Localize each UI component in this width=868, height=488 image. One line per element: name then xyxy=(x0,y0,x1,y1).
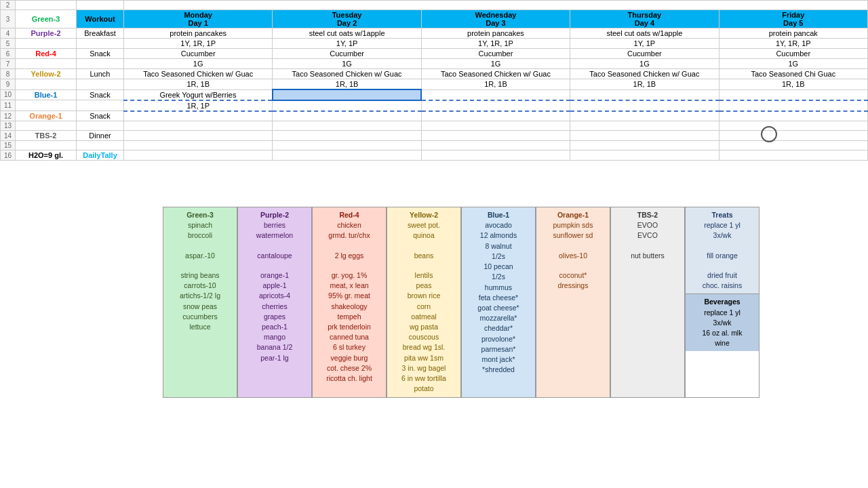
snack2-mon: Greek Yogurt w/Berries xyxy=(124,89,273,100)
fg-blue-goat: goat cheese* xyxy=(465,303,532,313)
fg-beverages-label: Beverages xyxy=(688,297,756,307)
fg-yellow-wgpasta: wg pasta xyxy=(390,322,458,332)
fg-orange-blank xyxy=(539,241,607,251)
snack3-thu xyxy=(570,111,719,121)
snack1-mon: Cucumber xyxy=(124,49,273,59)
snack3-tue xyxy=(273,111,421,121)
lunch-tue-macros: 1R, 1B xyxy=(273,79,421,90)
fg-treats-chocraisins: choc. raisins xyxy=(688,281,756,291)
fg-yellow-sweetpot: sweet pot. xyxy=(390,220,458,230)
fg-yellow-label: Yellow-2 xyxy=(390,210,458,220)
fg-tbs-label: TBS-2 xyxy=(614,210,682,220)
cat-red4: Red-4 xyxy=(16,49,77,59)
snack2-wed-macros xyxy=(421,100,570,111)
meal-workout: Workout xyxy=(77,10,124,28)
meal-breakfast: Breakfast xyxy=(77,28,124,39)
table-row: 4 Purple-2 Breakfast protein pancakes st… xyxy=(1,28,868,39)
dinner-fri xyxy=(719,131,867,141)
dinner-wed xyxy=(421,131,570,141)
food-group-treats: Treats replace 1 yl 3x/wk fill orange dr… xyxy=(686,207,759,293)
header-tuesday: TuesdayDay 2 xyxy=(273,10,421,28)
fg-red-eggs: 2 lg eggs xyxy=(315,251,383,261)
fg-blue-montjack: mont jack* xyxy=(465,354,532,365)
fg-green-blank2 xyxy=(166,261,234,270)
fg-purple-cherries: cherries xyxy=(241,302,309,312)
empty-cell xyxy=(421,121,570,131)
fg-green-stringbeans: string beans xyxy=(166,270,234,281)
fg-blue-feta: feta cheese* xyxy=(465,293,532,303)
empty-cell xyxy=(16,39,77,49)
table-row: 2 xyxy=(1,1,868,10)
meal-snack3: Snack xyxy=(77,111,124,121)
snack2-thu xyxy=(570,89,719,100)
fg-red-blank2 xyxy=(315,261,383,270)
fg-red-cotchese: cot. chese 2% xyxy=(315,363,383,373)
header-friday: FridayDay 5 xyxy=(719,10,867,28)
fg-green-aspar: aspar.-10 xyxy=(166,251,234,261)
fg-blue-pecan2: 1/2s xyxy=(465,272,532,282)
empty-cell xyxy=(77,79,124,90)
header-thursday: ThursdayDay 4 xyxy=(570,10,719,28)
day-sub: Day 5 xyxy=(783,19,803,27)
lunch-wed: Taco Seasoned Chicken w/ Guac xyxy=(421,69,570,79)
day-sub: Day 3 xyxy=(486,19,505,27)
fg-orange-olives: olives-10 xyxy=(539,251,607,261)
fg-yellow-couscous: couscous xyxy=(390,332,458,342)
empty-cell xyxy=(421,141,570,150)
fg-treats-fillorange: fill orange xyxy=(688,251,756,261)
fg-purple-watermelon: watermelon xyxy=(241,230,309,241)
empty-cell xyxy=(77,121,124,131)
header-wednesday: WednesdayDay 3 xyxy=(421,10,570,28)
fg-purple-blank xyxy=(241,241,309,251)
fg-green-label: Green-3 xyxy=(166,210,234,220)
fg-yellow-bread: bread wg 1sl. xyxy=(390,342,458,352)
fg-red-shakeology: shakeology xyxy=(315,302,383,312)
row-num: 7 xyxy=(1,59,16,69)
fg-purple-label: Purple-2 xyxy=(241,210,309,220)
empty-cell xyxy=(273,141,421,150)
lunch-wed-macros: 1R, 1B xyxy=(421,79,570,90)
tally-fri xyxy=(719,150,867,161)
breakfast-tue-macros: 1Y, 1P xyxy=(273,39,421,49)
fg-blue-almonds: 12 almonds xyxy=(465,230,532,241)
row-num: 11 xyxy=(1,100,16,111)
breakfast-wed-macros: 1Y, 1R, 1P xyxy=(421,39,570,49)
fg-orange-coconut: coconut* xyxy=(539,270,607,281)
snack1-fri-macros: 1G xyxy=(719,59,867,69)
table-row: 8 Yellow-2 Lunch Taco Seasoned Chicken w… xyxy=(1,69,868,79)
empty-cell xyxy=(719,141,867,150)
fg-green-broccoli: broccoli xyxy=(166,230,234,241)
snack1-mon-macros: 1G xyxy=(124,59,273,69)
fg-blue-avocado: avocado xyxy=(465,220,532,230)
fg-bev-almlk: 16 oz al. mlk xyxy=(688,328,756,338)
day-sub: Day 4 xyxy=(635,19,654,27)
cat-h2o: H2O=9 gl. xyxy=(16,150,77,161)
empty-cell xyxy=(570,141,719,150)
fg-yellow-potato: potato xyxy=(390,384,458,394)
lunch-thu: Taco Seasoned Chicken w/ Guac xyxy=(570,69,719,79)
fg-red-blank xyxy=(315,241,383,251)
table-row: 16 H2O=9 gl. DailyTally xyxy=(1,150,868,161)
empty-cell xyxy=(124,1,868,10)
food-group-treats-beverages: Treats replace 1 yl 3x/wk fill orange dr… xyxy=(685,207,760,398)
fg-treats-driedfruit: dried fruit xyxy=(688,270,756,281)
cat-daily-tally: DailyTally xyxy=(77,150,124,161)
snack1-wed-macros: 1G xyxy=(421,59,570,69)
table-row: 6 Red-4 Snack Cucumber Cucumber Cucumber… xyxy=(1,49,868,59)
fg-tbs-blank xyxy=(614,241,682,251)
fg-tbs-evco: EVCO xyxy=(614,230,682,241)
fg-green-blank xyxy=(166,241,234,251)
fg-green-snowpeas: snow peas xyxy=(166,302,234,312)
row-num: 15 xyxy=(1,141,16,150)
fg-yellow-quinoa: quinoa xyxy=(390,230,458,241)
fg-blue-parmesan: parmesan* xyxy=(465,344,532,354)
fg-yellow-blank xyxy=(390,241,458,251)
fg-purple-peach: peach-1 xyxy=(241,322,309,332)
fg-red-label: Red-4 xyxy=(315,210,383,220)
empty-cell xyxy=(16,59,77,69)
fg-orange-blank2 xyxy=(539,261,607,270)
row-num: 16 xyxy=(1,150,16,161)
snack3-fri xyxy=(719,111,867,121)
snack1-tue-macros: 1G xyxy=(273,59,421,69)
snack2-tue-selected[interactable] xyxy=(273,89,421,100)
